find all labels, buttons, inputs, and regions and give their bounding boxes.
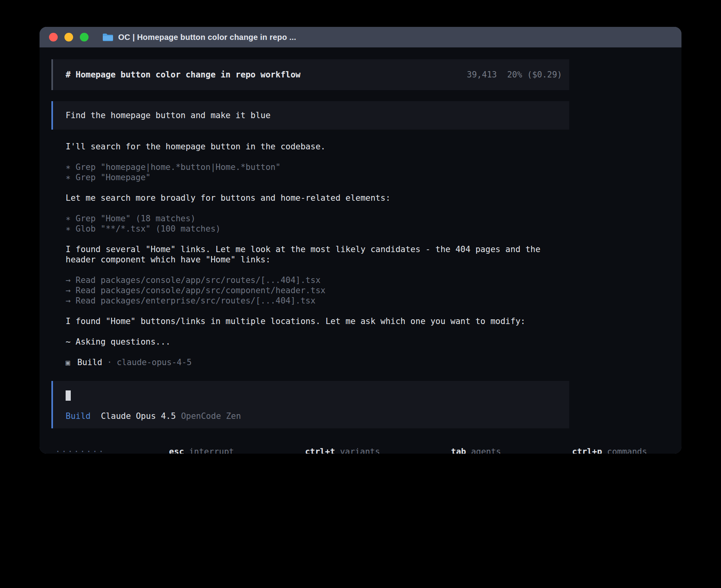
spinner: ········ bbox=[55, 447, 105, 454]
window-title: OC | Homepage button color change in rep… bbox=[118, 33, 296, 42]
user-message-text: Find the homepage button and make it blu… bbox=[66, 110, 270, 121]
assistant-text-line: I found several "Home" links. Let me loo… bbox=[66, 244, 569, 254]
assistant-text-line: I found "Home" buttons/links in multiple… bbox=[66, 316, 569, 326]
input-model: Claude Opus 4.5 bbox=[101, 411, 176, 421]
tool-call-line: ∗ Grep "homepage|home.*button|Home.*butt… bbox=[66, 162, 569, 172]
tool-call-line: ∗ Grep "Home" (18 matches) bbox=[66, 213, 569, 224]
right-hints: ctrl+t variants tab agents ctrl+p comman… bbox=[234, 436, 647, 454]
hint-key: esc bbox=[169, 447, 184, 454]
assistant-text-line: header component which have "Home" links… bbox=[66, 254, 569, 265]
terminal-window: OC | Homepage button color change in rep… bbox=[40, 27, 681, 454]
hint-key: ctrl+p bbox=[572, 447, 602, 454]
terminal-content: # Homepage button color change in repo w… bbox=[40, 47, 681, 454]
zoom-button[interactable] bbox=[80, 33, 89, 41]
agent-model: claude-opus-4-5 bbox=[117, 357, 192, 368]
hint-agents: tab agents bbox=[391, 436, 501, 454]
hint-interrupt: esc interrupt bbox=[119, 436, 234, 454]
assistant-text-line: Let me search more broadly for buttons a… bbox=[66, 193, 569, 203]
agent-name: Build bbox=[77, 357, 102, 368]
input-meta: Build Claude Opus 4.5 OpenCode Zen bbox=[66, 411, 569, 421]
hint-label: interrupt bbox=[184, 447, 234, 454]
context-usage: 20% ($0.29) bbox=[507, 70, 562, 79]
status-bar: ········ esc interrupt ctrl+t variants t… bbox=[51, 436, 569, 454]
title-bar: OC | Homepage button color change in rep… bbox=[40, 27, 681, 47]
mode-badge: Build bbox=[66, 411, 91, 421]
user-message: Find the homepage button and make it blu… bbox=[51, 101, 569, 130]
hint-label: agents bbox=[466, 447, 501, 454]
session-title: # Homepage button color change in repo w… bbox=[66, 70, 300, 79]
transcript: I'll search for the homepage button in t… bbox=[66, 141, 569, 368]
session-stats: 39,413 20% ($0.29) bbox=[467, 70, 562, 79]
hint-variants: ctrl+t variants bbox=[245, 436, 380, 454]
tool-call-line: → Read packages/console/app/src/componen… bbox=[66, 285, 569, 296]
text-cursor bbox=[66, 390, 71, 401]
hint-key: tab bbox=[451, 447, 466, 454]
tool-call-line: → Read packages/console/app/src/routes/[… bbox=[66, 275, 569, 285]
prompt-input[interactable]: Build Claude Opus 4.5 OpenCode Zen bbox=[51, 381, 569, 428]
token-count: 39,413 bbox=[467, 70, 497, 79]
hint-key: ctrl+t bbox=[305, 447, 335, 454]
folder-icon bbox=[102, 33, 113, 41]
close-button[interactable] bbox=[49, 33, 58, 41]
tool-call-line: ∗ Grep "Homepage" bbox=[66, 172, 569, 183]
minimize-button[interactable] bbox=[64, 33, 73, 41]
session-header: # Homepage button color change in repo w… bbox=[51, 59, 569, 90]
hint-label: commands bbox=[602, 447, 647, 454]
status-text-line: ~ Asking questions... bbox=[66, 337, 569, 347]
tool-call-line: → Read packages/enterprise/src/routes/[.… bbox=[66, 296, 569, 306]
hint-commands: ctrl+p commands bbox=[512, 436, 647, 454]
input-provider: OpenCode Zen bbox=[181, 411, 241, 421]
agent-separator: · bbox=[107, 357, 112, 368]
agent-icon: ▣ bbox=[66, 357, 70, 368]
agent-status-line: ▣ Build · claude-opus-4-5 bbox=[66, 357, 569, 368]
hint-label: variants bbox=[335, 447, 380, 454]
tool-call-line: ∗ Glob "**/*.tsx" (100 matches) bbox=[66, 224, 569, 234]
assistant-text-line: I'll search for the homepage button in t… bbox=[66, 141, 569, 152]
